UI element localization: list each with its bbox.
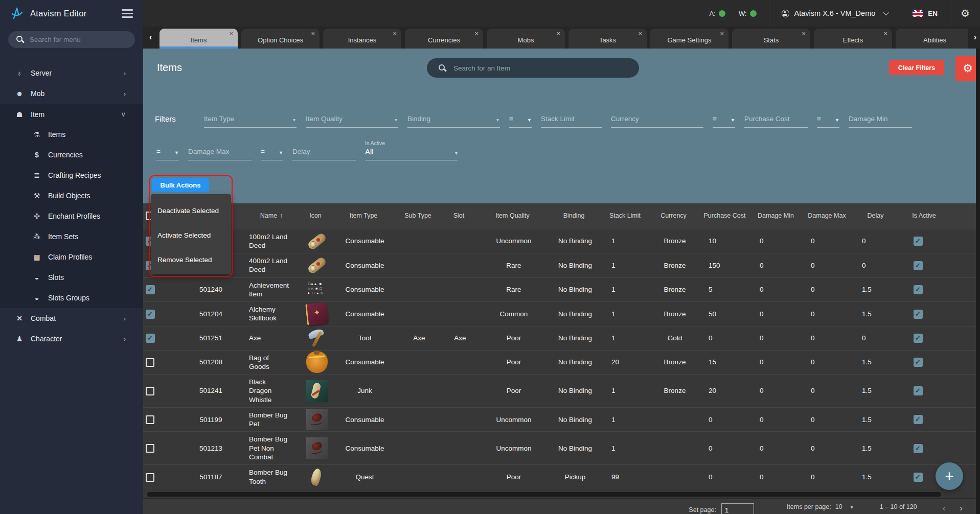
sidebar-item[interactable]: Slots <box>0 267 143 288</box>
language-selector[interactable]: EN <box>928 10 938 17</box>
column-header[interactable]: Damage Max <box>803 203 854 229</box>
tab-close-icon[interactable]: × <box>229 30 233 37</box>
sidebar-item[interactable]: Claim Profiles <box>0 247 143 267</box>
tab-close-icon[interactable]: × <box>556 30 560 37</box>
is-active-checkbox[interactable] <box>914 334 923 343</box>
sidebar-item[interactable]: Character › <box>0 329 143 349</box>
tab[interactable]: Items × <box>159 29 238 49</box>
tab[interactable]: Game Settings × <box>650 29 728 49</box>
filter-field[interactable]: = ▾ <box>713 111 735 128</box>
filter-field[interactable]: = ▾ <box>509 111 532 128</box>
is-active-checkbox[interactable] <box>914 415 923 424</box>
chevron-down-icon[interactable] <box>883 10 889 15</box>
tab-close-icon[interactable]: × <box>720 30 724 37</box>
add-item-button[interactable]: + <box>936 462 963 490</box>
next-page-icon[interactable]: › <box>960 503 963 513</box>
tab[interactable]: Option Choices × <box>241 29 320 49</box>
column-header[interactable]: Currency <box>649 203 700 229</box>
sidebar-item[interactable]: Currencies <box>0 145 143 165</box>
row-checkbox[interactable] <box>146 444 154 453</box>
tabs-scroll-left-icon[interactable]: ‹ <box>149 33 152 42</box>
tab[interactable]: Mobs × <box>487 29 565 49</box>
filter-field[interactable]: Purchase Cost <box>744 111 808 128</box>
tabs-scroll-right-icon[interactable]: › <box>974 33 976 42</box>
caret-down-icon[interactable]: ▾ <box>851 504 853 510</box>
items-per-page-value[interactable]: 10 <box>835 503 842 510</box>
filter-field[interactable]: Currency <box>611 111 703 128</box>
filter-field[interactable]: Item Quality ▾ <box>306 111 398 128</box>
tab[interactable]: Abilities <box>896 29 968 49</box>
filter-field[interactable]: = ▾ <box>156 144 179 160</box>
project-selector[interactable]: Atavism X.6 - VM_Demo <box>794 9 876 17</box>
menu-search-input[interactable]: Search for menu <box>8 31 135 48</box>
previous-page-icon[interactable]: ‹ <box>943 503 946 513</box>
tab-close-icon[interactable]: × <box>802 30 806 37</box>
bulk-actions-button[interactable]: Bulk Actions <box>152 178 209 192</box>
sidebar-item[interactable]: Combat › <box>0 308 143 329</box>
column-header[interactable]: Delay <box>854 203 900 229</box>
filter-field[interactable]: Damage Min <box>849 111 912 128</box>
filter-field[interactable]: Binding ▾ <box>407 111 500 128</box>
tab[interactable]: Stats × <box>732 29 810 49</box>
column-header[interactable]: Name↑ <box>240 203 303 229</box>
item-search-input[interactable]: Search for an Item <box>427 58 639 78</box>
filter-field[interactable]: = ▾ <box>817 111 839 128</box>
sidebar-item[interactable]: Enchant Profiles <box>0 206 143 226</box>
tab[interactable]: Instances × <box>323 29 401 49</box>
sidebar-item[interactable]: Slots Groups <box>0 288 143 308</box>
tab-close-icon[interactable]: × <box>311 30 315 37</box>
filter-field[interactable]: Delay <box>292 144 356 160</box>
row-checkbox[interactable] <box>146 334 155 343</box>
column-header[interactable] <box>951 203 976 229</box>
is-active-checkbox[interactable] <box>914 261 923 270</box>
tab-close-icon[interactable]: × <box>883 30 887 37</box>
vertical-scrollbar[interactable] <box>976 49 980 514</box>
bulk-menu-item[interactable]: Deactivate Selected <box>151 198 231 223</box>
is-active-checkbox[interactable] <box>914 358 923 367</box>
is-active-checkbox[interactable] <box>914 285 923 294</box>
is-active-checkbox[interactable] <box>914 310 923 319</box>
filter-field[interactable]: Damage Max <box>188 144 252 160</box>
column-header[interactable]: Is Active <box>900 203 951 229</box>
column-header[interactable]: Slot <box>440 203 481 229</box>
column-header[interactable]: Stack Limit <box>603 203 649 229</box>
tab-close-icon[interactable]: × <box>474 30 478 37</box>
set-page-input[interactable] <box>721 503 754 514</box>
column-header[interactable]: Item Type <box>331 203 399 229</box>
row-checkbox[interactable] <box>146 387 154 395</box>
is-active-filter[interactable]: Is Active All ▾ <box>365 140 458 160</box>
row-checkbox[interactable] <box>146 415 154 424</box>
column-header[interactable]: Icon <box>303 203 331 229</box>
bulk-menu-item[interactable]: Remove Selected <box>151 247 231 272</box>
tab[interactable]: Effects × <box>814 29 892 49</box>
tab-close-icon[interactable]: × <box>638 30 642 37</box>
bulk-menu-item[interactable]: Activate Selected <box>151 223 231 247</box>
is-active-checkbox[interactable] <box>914 237 923 246</box>
settings-gear-icon[interactable]: ⚙ <box>961 8 970 18</box>
row-checkbox[interactable] <box>146 285 155 294</box>
column-header[interactable]: Sub Type <box>399 203 440 229</box>
tab[interactable]: Tasks × <box>568 29 647 49</box>
column-header[interactable]: Purchase Cost <box>700 203 751 229</box>
sidebar-item[interactable]: Server › <box>0 63 143 83</box>
sidebar-item[interactable]: Item Sets <box>0 226 143 247</box>
sidebar-item[interactable]: Mob › <box>0 83 143 104</box>
is-active-checkbox[interactable] <box>914 386 923 395</box>
filter-field[interactable]: Item Type ▾ <box>204 111 297 128</box>
sidebar-item[interactable]: Items <box>0 124 143 145</box>
tab-close-icon[interactable]: × <box>393 30 397 37</box>
horizontal-scrollbar[interactable] <box>147 492 941 497</box>
sidebar-item[interactable]: Build Objects <box>0 185 143 206</box>
sidebar-item[interactable]: Crafting Recipes <box>0 165 143 185</box>
column-header[interactable]: Item Quality <box>481 203 547 229</box>
sidebar-item[interactable]: Item ∨ <box>0 104 143 124</box>
is-active-checkbox[interactable] <box>914 444 923 453</box>
column-header[interactable]: Damage Min <box>751 203 803 229</box>
is-active-checkbox[interactable] <box>914 473 923 482</box>
row-checkbox[interactable] <box>146 310 155 319</box>
tab[interactable]: Currencies × <box>405 29 483 49</box>
column-header[interactable]: Binding <box>547 203 603 229</box>
row-checkbox[interactable] <box>146 473 154 482</box>
filter-field[interactable]: = ▾ <box>261 144 283 160</box>
row-checkbox[interactable] <box>146 358 154 367</box>
